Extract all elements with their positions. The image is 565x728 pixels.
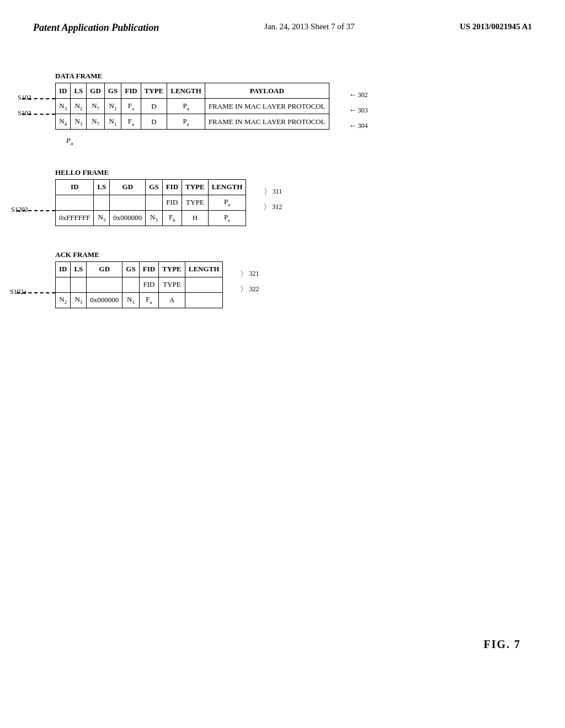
ack-row-2: N2 N3 0x000000 N1 Fa A (56, 292, 223, 308)
ack-frame-label: ACK FRAME (55, 250, 532, 259)
page-header: Patent Application Publication Jan. 24, … (33, 22, 532, 34)
col-type: TYPE (141, 83, 167, 99)
hello-row-2: 0xFFFFFF N3 0x000000 N3 Fb H Pa (56, 210, 246, 226)
data-frame-table: ID LS GD GS FID TYPE LENGTH PAYLOAD N3 (55, 83, 329, 130)
ack-frame-section: ACK FRAME S102a 〉 321 〉 322 ID (55, 250, 532, 311)
ack-frame-table: ID LS GD GS FID TYPE LENGTH (55, 261, 223, 308)
step-s102a-label: S102a (10, 288, 26, 296)
ref-321: 〉 321 (240, 269, 259, 279)
ref-312: 〉 312 (263, 202, 282, 212)
pa-label-data: Pa (66, 136, 532, 146)
data-row-2: N4 N3 N7 N1 Fa D Pa FRAME IN MAC LAYER P… (56, 114, 329, 130)
step-s102-label: S102 (18, 94, 31, 102)
fig-label: FIG. 7 (483, 638, 521, 651)
col-payload: PAYLOAD (205, 83, 329, 99)
step-s1203-label: S1203 (11, 206, 28, 214)
col-gs: GS (104, 83, 121, 99)
hello-frame-label: HELLO FRAME (55, 168, 532, 177)
ref-303: ← 303 (349, 106, 368, 115)
ref-302: ← 302 (349, 90, 368, 99)
hello-frame-table: ID LS GD GS FID TYPE LENGTH (55, 179, 246, 226)
data-row-1: N3 N2 N7 N1 Fa D Pa FRAME IN MAC LAYER P… (56, 99, 329, 114)
header-publication-title: Patent Application Publication (33, 22, 159, 34)
hello-row-1: FID TYPE Pa (56, 195, 246, 210)
header-date-sheet: Jan. 24, 2013 Sheet 7 of 37 (264, 22, 354, 31)
col-id: ID (56, 83, 71, 99)
header-patent-number: US 2013/0021945 A1 (460, 22, 532, 31)
col-fid: FID (121, 83, 141, 99)
hello-frame-section: HELLO FRAME S1203 〉 311 〉 312 ID (55, 168, 532, 228)
data-frame-label: DATA FRAME (55, 72, 532, 81)
ref-311: 〉 311 (264, 187, 282, 197)
ref-322: 〉 322 (240, 285, 259, 295)
col-gd: GD (87, 83, 105, 99)
col-length: LENGTH (167, 83, 205, 99)
data-frame-section: DATA FRAME S102 S103 ← 302 ← 303 (55, 72, 532, 146)
step-s103-label: S103 (18, 109, 31, 117)
ack-row-1: FID TYPE (56, 277, 223, 292)
col-ls: LS (71, 83, 87, 99)
ref-304: ← 304 (349, 121, 368, 130)
